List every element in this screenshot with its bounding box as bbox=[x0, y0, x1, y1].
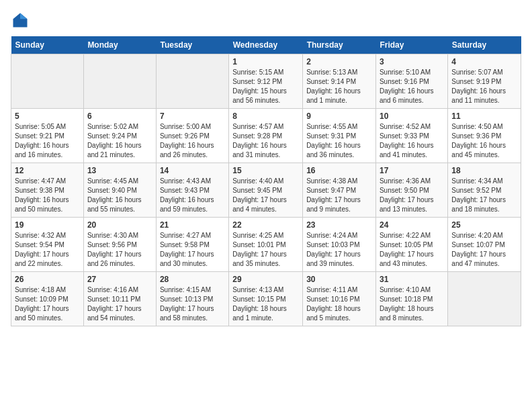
day-number: 19 bbox=[15, 220, 80, 230]
calendar-cell: 13Sunrise: 4:45 AMSunset: 9:40 PMDayligh… bbox=[83, 163, 156, 218]
day-info: Sunrise: 4:38 AMSunset: 9:47 PMDaylight:… bbox=[306, 177, 372, 214]
calendar-cell: 21Sunrise: 4:27 AMSunset: 9:58 PMDayligh… bbox=[156, 218, 228, 272]
calendar-cell: 14Sunrise: 4:43 AMSunset: 9:43 PMDayligh… bbox=[156, 163, 228, 218]
calendar-cell: 17Sunrise: 4:36 AMSunset: 9:50 PMDayligh… bbox=[375, 163, 447, 218]
calendar-cell bbox=[11, 54, 84, 109]
calendar-week-row: 12Sunrise: 4:47 AMSunset: 9:38 PMDayligh… bbox=[11, 163, 521, 218]
day-info: Sunrise: 5:07 AMSunset: 9:19 PMDaylight:… bbox=[451, 68, 517, 105]
day-number: 22 bbox=[232, 220, 299, 230]
weekday-header-saturday: Saturday bbox=[448, 36, 521, 54]
day-info: Sunrise: 4:45 AMSunset: 9:40 PMDaylight:… bbox=[87, 177, 152, 214]
day-number: 24 bbox=[380, 220, 444, 230]
day-info: Sunrise: 5:05 AMSunset: 9:21 PMDaylight:… bbox=[15, 122, 80, 160]
weekday-header-row: SundayMondayTuesdayWednesdayThursdayFrid… bbox=[11, 36, 521, 54]
calendar-cell: 18Sunrise: 4:34 AMSunset: 9:52 PMDayligh… bbox=[448, 163, 521, 218]
day-info: Sunrise: 4:27 AMSunset: 9:58 PMDaylight:… bbox=[160, 231, 225, 269]
weekday-header-friday: Friday bbox=[375, 36, 447, 54]
day-number: 12 bbox=[15, 166, 80, 175]
day-number: 18 bbox=[451, 166, 517, 175]
day-number: 10 bbox=[380, 111, 444, 121]
day-number: 30 bbox=[306, 275, 372, 284]
calendar-cell: 20Sunrise: 4:30 AMSunset: 9:56 PMDayligh… bbox=[83, 218, 156, 272]
calendar-week-row: 19Sunrise: 4:32 AMSunset: 9:54 PMDayligh… bbox=[11, 218, 521, 272]
day-info: Sunrise: 4:24 AMSunset: 10:03 PMDaylight… bbox=[306, 231, 372, 269]
day-number: 11 bbox=[451, 111, 517, 121]
day-number: 1 bbox=[232, 57, 299, 66]
weekday-header-sunday: Sunday bbox=[11, 36, 84, 54]
day-info: Sunrise: 5:00 AMSunset: 9:26 PMDaylight:… bbox=[160, 122, 225, 160]
day-info: Sunrise: 4:10 AMSunset: 10:18 PMDaylight… bbox=[380, 285, 444, 323]
day-info: Sunrise: 4:30 AMSunset: 9:56 PMDaylight:… bbox=[87, 231, 152, 269]
day-info: Sunrise: 4:25 AMSunset: 10:01 PMDaylight… bbox=[232, 231, 299, 269]
calendar-cell: 26Sunrise: 4:18 AMSunset: 10:09 PMDaylig… bbox=[11, 272, 84, 326]
day-number: 28 bbox=[160, 275, 225, 284]
day-info: Sunrise: 4:18 AMSunset: 10:09 PMDaylight… bbox=[15, 285, 80, 323]
day-info: Sunrise: 4:55 AMSunset: 9:31 PMDaylight:… bbox=[306, 122, 372, 160]
weekday-header-monday: Monday bbox=[83, 36, 156, 54]
calendar-cell: 29Sunrise: 4:13 AMSunset: 10:15 PMDaylig… bbox=[229, 272, 303, 326]
day-number: 31 bbox=[380, 275, 444, 284]
calendar-cell: 12Sunrise: 4:47 AMSunset: 9:38 PMDayligh… bbox=[11, 163, 84, 218]
day-number: 15 bbox=[232, 166, 299, 175]
day-info: Sunrise: 4:22 AMSunset: 10:05 PMDaylight… bbox=[380, 231, 444, 269]
day-info: Sunrise: 4:34 AMSunset: 9:52 PMDaylight:… bbox=[451, 177, 517, 214]
day-number: 7 bbox=[160, 111, 225, 121]
calendar-cell: 28Sunrise: 4:15 AMSunset: 10:13 PMDaylig… bbox=[156, 272, 228, 326]
calendar-cell: 30Sunrise: 4:11 AMSunset: 10:16 PMDaylig… bbox=[303, 272, 376, 326]
calendar-cell: 9Sunrise: 4:55 AMSunset: 9:31 PMDaylight… bbox=[303, 109, 376, 163]
calendar-cell: 5Sunrise: 5:05 AMSunset: 9:21 PMDaylight… bbox=[11, 109, 84, 163]
calendar-cell: 16Sunrise: 4:38 AMSunset: 9:47 PMDayligh… bbox=[303, 163, 376, 218]
calendar-cell: 23Sunrise: 4:24 AMSunset: 10:03 PMDaylig… bbox=[303, 218, 376, 272]
calendar-week-row: 5Sunrise: 5:05 AMSunset: 9:21 PMDaylight… bbox=[11, 109, 521, 163]
day-number: 27 bbox=[87, 275, 152, 284]
calendar-cell: 19Sunrise: 4:32 AMSunset: 9:54 PMDayligh… bbox=[11, 218, 84, 272]
calendar-cell: 24Sunrise: 4:22 AMSunset: 10:05 PMDaylig… bbox=[375, 218, 447, 272]
day-number: 3 bbox=[380, 57, 444, 66]
day-info: Sunrise: 4:32 AMSunset: 9:54 PMDaylight:… bbox=[15, 231, 80, 269]
day-number: 26 bbox=[15, 275, 80, 284]
day-number: 13 bbox=[87, 166, 152, 175]
weekday-header-thursday: Thursday bbox=[303, 36, 376, 54]
day-number: 14 bbox=[160, 166, 225, 175]
day-number: 8 bbox=[232, 111, 299, 121]
day-info: Sunrise: 4:50 AMSunset: 9:36 PMDaylight:… bbox=[451, 122, 517, 160]
calendar-cell: 3Sunrise: 5:10 AMSunset: 9:16 PMDaylight… bbox=[375, 54, 447, 109]
day-number: 20 bbox=[87, 220, 152, 230]
day-number: 5 bbox=[15, 111, 80, 121]
day-info: Sunrise: 4:20 AMSunset: 10:07 PMDaylight… bbox=[451, 231, 517, 269]
page-header bbox=[11, 11, 521, 30]
day-info: Sunrise: 4:57 AMSunset: 9:28 PMDaylight:… bbox=[232, 122, 299, 160]
weekday-header-tuesday: Tuesday bbox=[156, 36, 228, 54]
day-number: 16 bbox=[306, 166, 372, 175]
day-number: 23 bbox=[306, 220, 372, 230]
calendar-cell: 1Sunrise: 5:15 AMSunset: 9:12 PMDaylight… bbox=[229, 54, 303, 109]
svg-marker-1 bbox=[20, 13, 28, 19]
day-number: 4 bbox=[451, 57, 517, 66]
day-info: Sunrise: 4:13 AMSunset: 10:15 PMDaylight… bbox=[232, 285, 299, 323]
calendar-cell: 27Sunrise: 4:16 AMSunset: 10:11 PMDaylig… bbox=[83, 272, 156, 326]
day-info: Sunrise: 4:52 AMSunset: 9:33 PMDaylight:… bbox=[380, 122, 444, 160]
calendar-week-row: 26Sunrise: 4:18 AMSunset: 10:09 PMDaylig… bbox=[11, 272, 521, 326]
calendar-cell: 25Sunrise: 4:20 AMSunset: 10:07 PMDaylig… bbox=[448, 218, 521, 272]
calendar-cell bbox=[83, 54, 156, 109]
calendar-cell: 6Sunrise: 5:02 AMSunset: 9:24 PMDaylight… bbox=[83, 109, 156, 163]
day-number: 29 bbox=[232, 275, 299, 284]
day-info: Sunrise: 5:15 AMSunset: 9:12 PMDaylight:… bbox=[232, 68, 299, 105]
logo-icon bbox=[11, 11, 30, 30]
day-number: 2 bbox=[306, 57, 372, 66]
day-number: 21 bbox=[160, 220, 225, 230]
day-number: 25 bbox=[451, 220, 517, 230]
day-number: 9 bbox=[306, 111, 372, 121]
day-info: Sunrise: 4:43 AMSunset: 9:43 PMDaylight:… bbox=[160, 177, 225, 214]
calendar-cell bbox=[156, 54, 228, 109]
day-number: 17 bbox=[380, 166, 444, 175]
day-info: Sunrise: 5:02 AMSunset: 9:24 PMDaylight:… bbox=[87, 122, 152, 160]
calendar-cell: 2Sunrise: 5:13 AMSunset: 9:14 PMDaylight… bbox=[303, 54, 376, 109]
day-info: Sunrise: 4:40 AMSunset: 9:45 PMDaylight:… bbox=[232, 177, 299, 214]
calendar-cell: 8Sunrise: 4:57 AMSunset: 9:28 PMDaylight… bbox=[229, 109, 303, 163]
weekday-header-wednesday: Wednesday bbox=[229, 36, 303, 54]
calendar-cell: 11Sunrise: 4:50 AMSunset: 9:36 PMDayligh… bbox=[448, 109, 521, 163]
day-info: Sunrise: 4:11 AMSunset: 10:16 PMDaylight… bbox=[306, 285, 372, 323]
calendar-table: SundayMondayTuesdayWednesdayThursdayFrid… bbox=[11, 36, 521, 326]
day-info: Sunrise: 4:47 AMSunset: 9:38 PMDaylight:… bbox=[15, 177, 80, 214]
